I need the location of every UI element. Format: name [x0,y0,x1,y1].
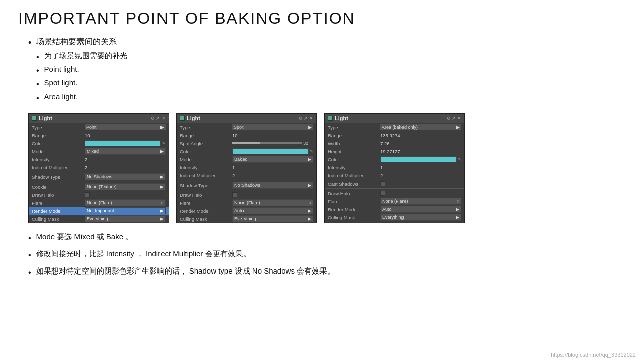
area-flare-dropdown[interactable]: None (Flare) ○ [380,198,461,205]
spot-sep1 [177,180,316,180]
area-height-label: Height [328,149,380,154]
area-culling-dropdown[interactable]: Everything ▶ [380,214,461,221]
point-halo-checkbox [85,192,90,197]
bullet-l2-text-0: 为了场景氛围需要的补光 [44,51,127,61]
point-render-dropdown[interactable]: Not Important ▶ [85,207,166,214]
point-indirect-value: 2 [85,165,166,170]
spot-type-row: Type Spot ▶ [177,123,316,131]
point-color-label: Color [32,141,85,146]
spot-shadow-row: Shadow Type No Shadows ▶ [177,181,316,189]
bullet-l2-item-1: Point light. [36,65,626,77]
area-render-label: Render Mode [328,207,380,212]
area-width-value: 7.26 [380,141,461,146]
point-culling-row: Culling Mask Everything ▶ [29,215,169,223]
spot-flare-row: Flare None (Flare) ○ [177,199,316,207]
area-flare-row: Flare None (Flare) ○ [325,197,464,205]
bottom-bullet-2: 如果想对特定空间的阴影色彩产生影响的话， Shadow type 设成 No S… [28,266,626,279]
spot-light-title: Light [187,115,200,121]
area-height-row: Height 19.27127 [325,147,464,155]
bullet-l2-item-2: Spot light. [36,78,626,90]
spot-sep2 [177,190,316,190]
bottom-bullet-1: 修改间接光时，比起 Intensity ， Indirect Multiplie… [28,249,626,261]
spot-range-value: 10 [232,133,313,138]
area-halo-label: Draw Halo [328,191,380,196]
spot-intensity-value: 1 [232,165,313,170]
point-light-checkbox [32,116,37,121]
point-render-row: Render Mode Not Important ▶ [29,207,169,215]
spot-intensity-label: Intensity [180,165,232,170]
point-range-value: 10 [85,133,166,138]
point-cookie-dropdown[interactable]: None (Texture) ▶ [85,183,166,190]
area-type-row: Type Area (baked only) ▶ [325,123,464,131]
area-render-row: Render Mode Auto ▶ [325,205,464,213]
point-culling-label: Culling Mask [32,216,85,222]
spot-type-value: Spot ▶ [232,124,313,130]
area-light-title: Light [335,115,348,121]
point-type-label: Type [32,125,85,130]
area-castshadows-checkbox [380,181,385,186]
area-type-value: Area (baked only) ▶ [380,124,461,130]
area-indirect-row: Indirect Multiplier 2 [325,171,464,179]
point-shadow-row: Shadow Type No Shadows ▶ [29,173,169,181]
bullet-l2-item-3: Area light. [36,92,626,104]
point-sep2 [29,182,169,182]
point-intensity-label: Intensity [32,157,85,162]
point-halo-row: Draw Halo [29,191,169,199]
point-cookie-label: Cookie [32,184,85,190]
spot-type-label: Type [180,125,232,130]
bullet-l2-text-1: Point light. [44,65,79,73]
point-mode-row: Mode Mixed ▶ [29,147,169,155]
point-flare-dropdown[interactable]: None (Flare) ○ [85,199,166,206]
area-halo-row: Draw Halo [325,189,464,197]
point-culling-dropdown[interactable]: Everything ▶ [85,215,166,222]
point-sep1 [29,172,169,172]
area-render-dropdown[interactable]: Auto ▶ [380,206,461,213]
point-intensity-row: Intensity 2 [29,155,169,163]
point-render-label: Render Mode [32,208,85,214]
area-indirect-label: Indirect Multiplier [328,173,380,178]
point-mode-label: Mode [32,149,85,154]
spot-range-row: Range 10 [177,131,316,139]
point-light-header: Light ⚙ ↗ ✕ [29,114,169,123]
area-color-bar [380,156,457,162]
spot-render-dropdown[interactable]: Auto ▶ [232,207,313,214]
spot-mode-dropdown[interactable]: Baked ▶ [232,156,313,163]
point-shadow-dropdown[interactable]: No Shadows ▶ [85,173,166,180]
area-height-value: 19.27127 [380,149,461,154]
spot-mode-row: Mode Baked ▶ [177,155,316,163]
point-light-panel: Light ⚙ ↗ ✕ Type Point ▶ Range 10 Color … [28,113,169,223]
area-culling-label: Culling Mask [328,215,380,220]
point-color-row: Color ✎ [29,139,169,147]
point-color-edit: ✎ [162,141,166,146]
point-light-title: Light [39,115,52,121]
spot-culling-dropdown[interactable]: Everything ▶ [232,215,313,222]
spot-angle-value: 30 [303,141,313,146]
screenshots-row: Light ⚙ ↗ ✕ Type Point ▶ Range 10 Color … [28,113,626,223]
spot-indirect-value: 2 [232,173,313,178]
area-light-header: Light ⚙ ↗ ✕ [325,114,464,123]
spot-angle-fill [232,142,260,144]
spot-render-label: Render Mode [180,208,232,214]
area-halo-checkbox [380,191,385,196]
bottom-bullets: Mode 要选 Mixed 或 Bake 。 修改间接光时，比起 Intensi… [28,232,626,279]
point-flare-label: Flare [32,200,85,206]
spot-shadow-label: Shadow Type [180,183,232,188]
spot-angle-slider-container: 30 [232,141,313,146]
bottom-bullet-text-0: Mode 要选 Mixed 或 Bake 。 [36,232,133,242]
area-light-panel: Light ⚙ ↗ ✕ Type Area (baked only) ▶ Ran… [324,113,465,223]
spot-shadow-dropdown[interactable]: No Shadows ▶ [232,182,313,189]
spot-mode-label: Mode [180,157,232,162]
main-bullets: 场景结构要素间的关系 [28,37,626,49]
bullet-l1-text-0: 场景结构要素间的关系 [36,37,117,47]
area-intensity-label: Intensity [328,165,380,170]
spot-flare-dropdown[interactable]: None (Flare) ○ [232,199,313,206]
point-type-value: Point ▶ [85,124,166,130]
area-castshadows-label: Cast Shadows [328,181,380,187]
spot-angle-track[interactable] [232,142,302,144]
spot-flare-label: Flare [180,200,232,206]
spot-angle-row: Spot Angle 30 [177,139,316,147]
point-shadow-label: Shadow Type [32,174,85,180]
bullet-l2-text-2: Spot light. [44,78,78,87]
point-intensity-value: 2 [85,157,166,162]
point-mode-dropdown[interactable]: Mixed ▶ [85,148,166,155]
